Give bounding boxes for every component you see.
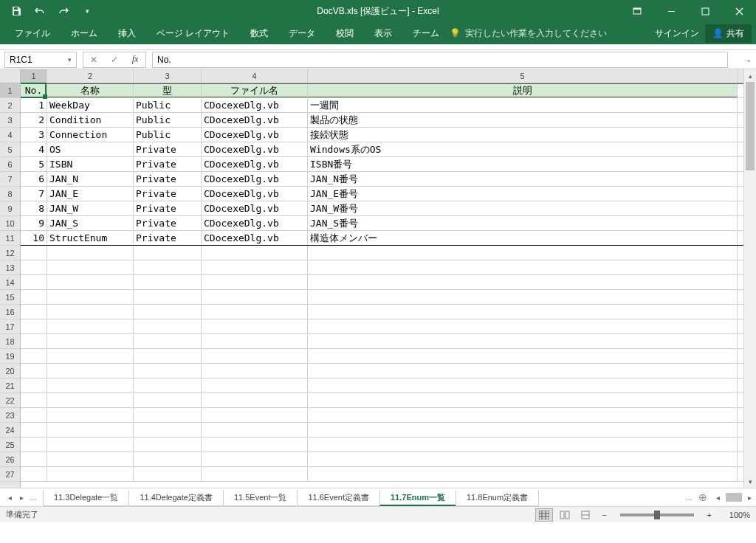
- cell[interactable]: [308, 452, 738, 466]
- zoom-in-button[interactable]: +: [703, 511, 716, 519]
- cell[interactable]: [134, 275, 202, 289]
- row-header[interactable]: 19: [0, 349, 20, 364]
- enter-formula-button[interactable]: ✓: [104, 52, 125, 67]
- cell[interactable]: JAN_S: [47, 216, 134, 230]
- scroll-right-button[interactable]: ▸: [748, 494, 752, 502]
- column-header[interactable]: 3: [134, 69, 202, 83]
- row-header[interactable]: 16: [0, 305, 20, 319]
- column-header[interactable]: 5: [308, 69, 738, 83]
- row-header[interactable]: 15: [0, 290, 20, 305]
- cell[interactable]: [134, 423, 202, 437]
- cell[interactable]: 1: [21, 98, 47, 112]
- tab-data[interactable]: データ: [278, 22, 326, 44]
- cell[interactable]: Private: [134, 142, 202, 156]
- cell[interactable]: [47, 246, 134, 260]
- cell[interactable]: Private: [134, 231, 202, 245]
- cell[interactable]: Private: [134, 187, 202, 201]
- cell[interactable]: [21, 364, 47, 378]
- cell[interactable]: [308, 260, 738, 274]
- share-button[interactable]: 👤 共有: [705, 24, 752, 43]
- cell[interactable]: 4: [21, 142, 47, 156]
- page-break-view-button[interactable]: [577, 508, 594, 522]
- cell[interactable]: [47, 260, 134, 274]
- cell[interactable]: Condition: [47, 113, 134, 127]
- cell[interactable]: [308, 408, 738, 422]
- tab-more-left[interactable]: ...: [28, 494, 38, 502]
- cell[interactable]: [308, 364, 738, 378]
- close-button[interactable]: [722, 0, 756, 22]
- cell[interactable]: 接続状態: [308, 128, 738, 142]
- cell[interactable]: [308, 393, 738, 407]
- page-layout-view-button[interactable]: [556, 508, 574, 522]
- cell[interactable]: [202, 378, 308, 392]
- formula-input[interactable]: No.: [152, 52, 728, 68]
- cell[interactable]: [21, 319, 47, 333]
- cell[interactable]: [21, 393, 47, 407]
- cell[interactable]: [47, 275, 134, 289]
- tab-home[interactable]: ホーム: [61, 22, 108, 44]
- cell[interactable]: [21, 349, 47, 363]
- cell[interactable]: CDocexeDlg.vb: [202, 98, 308, 112]
- cell[interactable]: [308, 378, 738, 392]
- cancel-formula-button[interactable]: ✕: [83, 52, 104, 67]
- row-header[interactable]: 3: [0, 113, 20, 128]
- cell[interactable]: JAN_S番号: [308, 216, 738, 230]
- cell[interactable]: 製品の状態: [308, 113, 738, 127]
- cell[interactable]: [308, 275, 738, 289]
- row-header[interactable]: 13: [0, 260, 20, 275]
- sheet-tab[interactable]: 11.4Delegate定義書: [128, 490, 223, 506]
- cell[interactable]: [47, 305, 134, 319]
- cell[interactable]: Private: [134, 216, 202, 230]
- cell[interactable]: [21, 423, 47, 437]
- cell[interactable]: [202, 260, 308, 274]
- cell[interactable]: ISBN: [47, 157, 134, 171]
- cell[interactable]: [202, 275, 308, 289]
- cell[interactable]: Public: [134, 98, 202, 112]
- normal-view-button[interactable]: [535, 508, 553, 522]
- cell[interactable]: [202, 452, 308, 466]
- cell[interactable]: [202, 319, 308, 333]
- cell[interactable]: [202, 305, 308, 319]
- cell[interactable]: [202, 408, 308, 422]
- cell[interactable]: [202, 290, 308, 304]
- cell[interactable]: [308, 305, 738, 319]
- cell[interactable]: [134, 364, 202, 378]
- header-name[interactable]: 名称: [47, 84, 134, 97]
- cell[interactable]: [134, 290, 202, 304]
- sheet-tab[interactable]: 11.5Event一覧: [223, 490, 298, 506]
- header-type[interactable]: 型: [134, 84, 202, 97]
- cell[interactable]: ISBN番号: [308, 157, 738, 171]
- cell[interactable]: CDocexeDlg.vb: [202, 157, 308, 171]
- tab-scroll-left-button[interactable]: ◂: [4, 494, 15, 502]
- sheet-tab[interactable]: 11.3Delegate一覧: [43, 490, 129, 506]
- cell[interactable]: [21, 334, 47, 348]
- row-header[interactable]: 6: [0, 157, 20, 172]
- zoom-level[interactable]: 100%: [719, 511, 750, 519]
- cell[interactable]: [47, 364, 134, 378]
- row-header[interactable]: 25: [0, 437, 20, 452]
- cell[interactable]: [308, 334, 738, 348]
- cell[interactable]: 5: [21, 157, 47, 171]
- cell[interactable]: JAN_W番号: [308, 201, 738, 215]
- sheet-tab[interactable]: 11.6Event定義書: [297, 490, 380, 506]
- cell[interactable]: [47, 423, 134, 437]
- tab-scroll-right-button[interactable]: ▸: [16, 494, 27, 502]
- tab-more-right[interactable]: ...: [684, 494, 694, 502]
- tab-file[interactable]: ファイル: [4, 22, 61, 44]
- save-button[interactable]: [6, 2, 27, 20]
- new-sheet-button[interactable]: ⊕: [694, 491, 712, 503]
- cell[interactable]: [47, 452, 134, 466]
- row-header[interactable]: 21: [0, 378, 20, 393]
- cell[interactable]: [21, 467, 47, 481]
- cell[interactable]: [308, 437, 738, 452]
- cell[interactable]: JAN_N番号: [308, 172, 738, 186]
- cell[interactable]: [21, 452, 47, 466]
- cell[interactable]: [21, 260, 47, 274]
- header-desc[interactable]: 説明: [308, 84, 738, 97]
- cell[interactable]: CDocexeDlg.vb: [202, 142, 308, 156]
- cell[interactable]: 6: [21, 172, 47, 186]
- cell[interactable]: [308, 246, 738, 260]
- cell[interactable]: [21, 275, 47, 289]
- cell[interactable]: OS: [47, 142, 134, 156]
- row-header[interactable]: 12: [0, 246, 20, 260]
